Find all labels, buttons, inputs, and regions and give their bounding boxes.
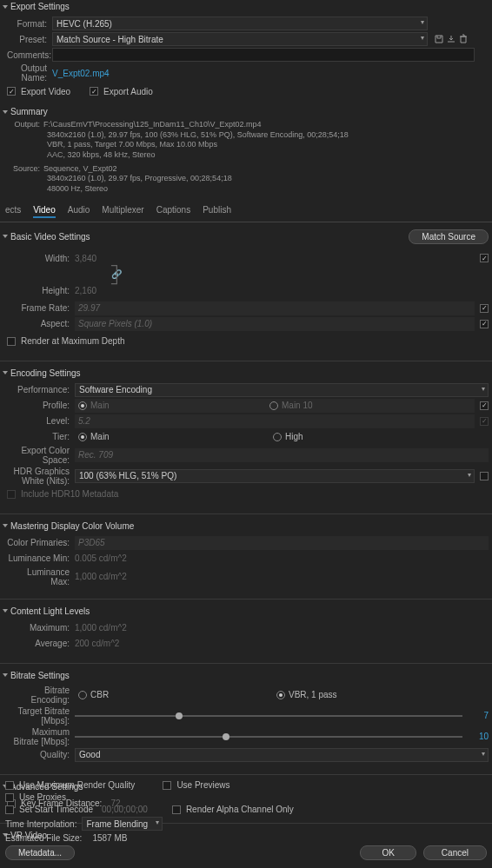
include-hdr10-checkbox <box>7 490 16 499</box>
disclosure-icon[interactable] <box>3 673 8 677</box>
max-bitrate-slider[interactable] <box>75 736 462 738</box>
disclosure-icon[interactable] <box>3 609 8 613</box>
tab-effects[interactable]: ects <box>5 203 21 218</box>
profile-main-radio <box>78 401 87 410</box>
hdr-white-dropdown[interactable]: 100 (63% HLG, 51% PQ) <box>75 469 475 483</box>
time-interp-dropdown[interactable]: Frame Blending <box>82 817 163 831</box>
cll-max-value: 1,000 cd/m^2 <box>75 623 127 633</box>
format-dropdown[interactable]: HEVC (H.265) <box>52 17 428 30</box>
previews-checkbox[interactable] <box>163 781 171 790</box>
target-bitrate-value[interactable]: 7 <box>468 711 489 720</box>
disclosure-icon[interactable] <box>3 5 8 9</box>
hdr-white-match-checkbox[interactable] <box>480 472 489 480</box>
max-bitrate-value[interactable]: 10 <box>468 732 489 741</box>
aspect-value: Square Pixels (1.0) <box>75 317 475 331</box>
import-preset-icon[interactable] <box>445 33 457 45</box>
timecode-value: 00;00;00;00 <box>102 805 148 814</box>
tier-high-label: High <box>285 432 303 441</box>
output-name-label: Output Name: <box>7 63 52 83</box>
performance-dropdown[interactable]: Software Encoding <box>75 383 489 397</box>
delete-preset-icon[interactable] <box>457 33 469 45</box>
encoding-header: Encoding Settings <box>0 367 492 380</box>
max-bitrate-label: Maximum Bitrate [Mbps]: <box>7 727 75 746</box>
preset-dropdown[interactable]: Match Source - High Bitrate <box>52 32 428 46</box>
lum-max-value: 1,000 cd/m^2 <box>75 572 127 581</box>
quality-dropdown[interactable]: Good <box>75 748 489 762</box>
frame-rate-label: Frame Rate: <box>7 303 75 313</box>
profile-main10-label: Main 10 <box>282 401 313 410</box>
mastering-header: Mastering Display Color Volume <box>0 520 492 533</box>
cll-max-label: Maximum: <box>7 623 75 633</box>
ok-button[interactable]: OK <box>360 845 416 860</box>
content-light-title: Content Light Levels <box>10 606 90 616</box>
export-settings-title: Export Settings <box>10 2 70 11</box>
tab-video[interactable]: Video <box>33 203 55 218</box>
disclosure-icon[interactable] <box>3 371 8 374</box>
bitrate-encoding-label: Bitrate Encoding: <box>7 686 75 705</box>
footer: Use Maximum Render Quality Use Previews … <box>0 764 492 868</box>
max-quality-label: Use Maximum Render Quality <box>19 780 135 790</box>
aspect-label: Aspect: <box>7 319 75 328</box>
tab-multiplexer[interactable]: Multiplexer <box>102 203 143 218</box>
tier-main-radio[interactable] <box>78 433 87 441</box>
lum-min-value: 0.005 cd/m^2 <box>75 553 127 563</box>
profile-label: Profile: <box>7 401 75 410</box>
tier-label: Tier: <box>7 432 75 441</box>
quality-label: Quality: <box>7 750 75 759</box>
level-value: 5.2 <box>75 414 475 428</box>
profile-main10-radio <box>269 401 278 410</box>
max-quality-checkbox[interactable] <box>5 781 14 790</box>
primaries-label: Color Primaries: <box>7 538 75 547</box>
tab-bar: ects Video Audio Multiplexer Captions Pu… <box>0 200 492 222</box>
match-source-button[interactable]: Match Source <box>409 229 489 244</box>
metadata-button[interactable]: Metadata... <box>5 845 75 860</box>
output-name-link[interactable]: V_Expt02.mp4 <box>52 69 110 78</box>
cll-avg-value: 200 cd/m^2 <box>75 639 119 648</box>
width-value[interactable]: 3,840 <box>75 254 110 263</box>
bitrate-header: Bitrate Settings <box>0 669 492 682</box>
aspect-match-checkbox[interactable] <box>480 320 489 328</box>
format-label: Format: <box>7 19 52 29</box>
export-video-checkbox[interactable] <box>7 87 16 96</box>
proxies-checkbox[interactable] <box>5 793 14 802</box>
disclosure-icon[interactable] <box>3 524 8 527</box>
tab-captions[interactable]: Captions <box>156 203 190 218</box>
target-bitrate-slider[interactable] <box>75 715 462 717</box>
timecode-checkbox[interactable] <box>5 805 14 814</box>
comments-input[interactable] <box>52 48 475 62</box>
cancel-button[interactable]: Cancel <box>423 845 487 860</box>
render-max-depth-checkbox[interactable] <box>7 337 16 346</box>
render-max-depth-label: Render at Maximum Depth <box>21 336 125 346</box>
height-value[interactable]: 2,160 <box>75 286 110 295</box>
alpha-checkbox[interactable] <box>172 805 181 814</box>
color-space-value: Rec. 709 <box>75 448 489 462</box>
disclosure-icon[interactable] <box>3 235 8 238</box>
tab-publish[interactable]: Publish <box>203 203 231 218</box>
frame-rate-match-checkbox[interactable] <box>480 304 489 313</box>
performance-label: Performance: <box>7 385 75 394</box>
tier-high-radio[interactable] <box>273 433 282 441</box>
save-preset-icon[interactable] <box>433 33 445 45</box>
timecode-label: Set Start Timecode <box>19 805 93 814</box>
previews-label: Use Previews <box>176 780 229 790</box>
mastering-title: Mastering Display Color Volume <box>10 521 134 531</box>
tab-audio[interactable]: Audio <box>68 203 90 218</box>
vbr1-radio[interactable] <box>276 691 285 699</box>
basic-video-header: Basic Video Settings Match Source <box>0 228 492 246</box>
summary-source-detail: 3840x2160 (1.0), 29.97 fps, Progressive,… <box>7 174 489 184</box>
export-audio-checkbox[interactable] <box>90 87 98 96</box>
basic-video-title: Basic Video Settings <box>10 232 90 242</box>
lum-max-label: Luminance Max: <box>7 567 75 586</box>
color-space-label: Export Color Space: <box>7 446 75 465</box>
level-label: Level: <box>7 416 75 426</box>
lum-min-label: Luminance Min: <box>7 553 75 563</box>
summary-header: Summary <box>0 105 492 118</box>
summary-output-path: F:\CausEmVT\Processing\125_InDam11_Ch10\… <box>43 120 262 129</box>
profile-match-checkbox[interactable] <box>480 401 489 410</box>
dimensions-match-checkbox[interactable] <box>480 254 489 262</box>
disclosure-icon[interactable] <box>3 110 8 114</box>
summary-source-audio: 48000 Hz, Stereo <box>7 184 489 195</box>
cbr-radio[interactable] <box>78 691 87 699</box>
export-audio-label: Export Audio <box>103 87 153 96</box>
est-size-value: 1587 MB <box>92 833 127 843</box>
